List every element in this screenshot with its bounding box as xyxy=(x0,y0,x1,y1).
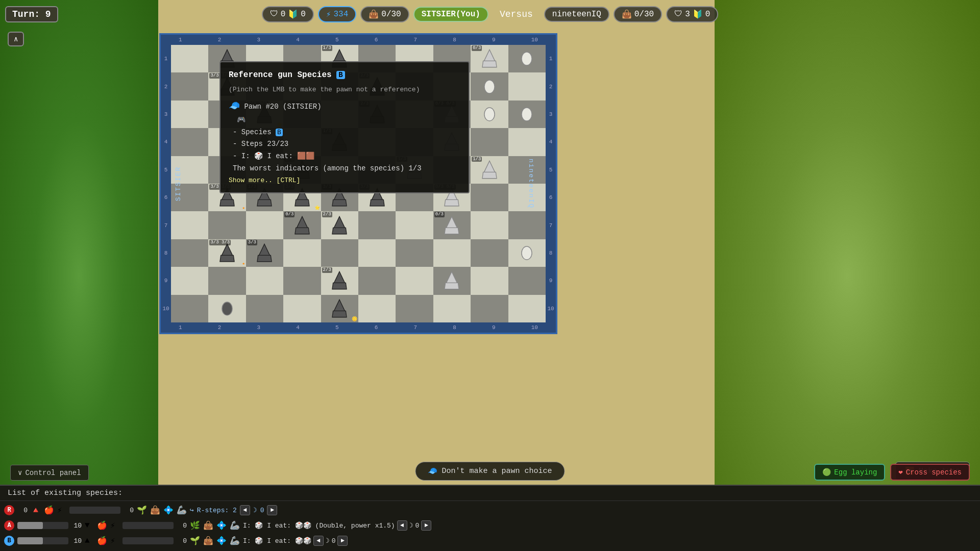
species-b-bar2 xyxy=(122,537,174,544)
cell-10-8[interactable] xyxy=(433,295,471,322)
cell-7-9[interactable] xyxy=(471,211,508,239)
cell-3-1[interactable] xyxy=(171,101,208,128)
species-b-nav-right[interactable]: ► xyxy=(337,536,348,546)
species-r-apple: 🍎 xyxy=(44,505,54,515)
cell-9-7[interactable] xyxy=(396,267,433,294)
cell-5-9[interactable]: 1/3 xyxy=(471,156,508,184)
cell-9-6[interactable] xyxy=(358,267,396,294)
pawn-piece[interactable]: 3/3 3/3★ xyxy=(208,239,246,267)
cell-3-10[interactable] xyxy=(508,101,546,128)
pawn-piece[interactable]: 2/3 xyxy=(321,211,358,239)
cell-9-3[interactable] xyxy=(246,267,283,294)
cell-9-10[interactable] xyxy=(508,267,546,294)
cell-7-2[interactable] xyxy=(208,211,246,239)
cell-10-2[interactable] xyxy=(208,295,246,322)
cell-1-1[interactable] xyxy=(171,45,208,72)
cell-9-2[interactable] xyxy=(208,267,246,294)
species-r-nav-right[interactable]: ► xyxy=(267,505,277,515)
tooltip-species-row: - Species B xyxy=(233,127,460,139)
cell-8-3[interactable]: 3/3 xyxy=(246,239,283,267)
cell-8-10[interactable] xyxy=(508,239,546,267)
cell-7-1[interactable] xyxy=(171,211,208,239)
pawn-piece[interactable]: 0/3 xyxy=(471,45,508,72)
svg-point-2 xyxy=(484,108,495,121)
pawn-piece[interactable] xyxy=(471,72,508,100)
cell-7-6[interactable] xyxy=(358,211,396,239)
pawn-piece[interactable]: 0/3 xyxy=(433,211,471,239)
top-bar: Turn: 9 🛡 0 🔰 0 ⚡ 334 👜 0/30 SITSIER(You… xyxy=(0,0,980,28)
cell-7-4[interactable]: 0/3 xyxy=(283,211,321,239)
pawn-piece[interactable] xyxy=(508,239,546,267)
tooltip-title: Reference gun Species B xyxy=(229,68,460,82)
cell-10-9[interactable] xyxy=(471,295,508,322)
pawn-piece[interactable]: 0/3 xyxy=(283,211,321,239)
species-list-header: List of existing species: xyxy=(0,486,980,501)
species-a-nav-right[interactable]: ► xyxy=(421,520,431,531)
egg-laying-button[interactable]: 🟢 Egg laying xyxy=(814,464,885,481)
species-letter-b: B xyxy=(4,536,14,546)
pawn-piece[interactable] xyxy=(508,101,546,128)
cell-8-1[interactable] xyxy=(171,239,208,267)
species-a-bar2 xyxy=(122,522,174,529)
cell-10-1[interactable] xyxy=(171,295,208,322)
opponent-shield-resource: 🛡 3 🔰 0 xyxy=(666,6,718,22)
cell-7-5[interactable]: 2/3 xyxy=(321,211,358,239)
species-a-bar-fill xyxy=(17,522,43,529)
cell-7-8[interactable]: 0/3 xyxy=(433,211,471,239)
cell-9-1[interactable] xyxy=(171,267,208,294)
cell-8-9[interactable] xyxy=(471,239,508,267)
species-b-bar xyxy=(17,537,68,544)
collapse-button[interactable]: ∧ xyxy=(8,32,24,46)
control-panel-button[interactable]: ∨ Control panel xyxy=(10,465,89,481)
cell-10-4[interactable] xyxy=(283,295,321,322)
cell-4-9[interactable] xyxy=(471,128,508,156)
species-r-nav-left[interactable]: ◄ xyxy=(240,505,250,515)
pawn-star: ⭐ xyxy=(314,205,320,211)
tooltip-show-more[interactable]: Show more.. [CTRL] xyxy=(229,175,460,186)
pawn-piece[interactable]: 3/3 xyxy=(246,239,283,267)
cell-2-1[interactable] xyxy=(171,72,208,100)
pawn-star2: ★ xyxy=(242,205,244,211)
cell-10-6[interactable] xyxy=(358,295,396,322)
pawn-piece[interactable] xyxy=(433,267,471,294)
cell-10-3[interactable] xyxy=(246,295,283,322)
tooltip-steps-row: - Steps 23/23 xyxy=(233,138,460,151)
cell-9-8[interactable] xyxy=(433,267,471,294)
cell-9-5[interactable]: 2/3 xyxy=(321,267,358,294)
cell-4-1[interactable] xyxy=(171,128,208,156)
cell-7-7[interactable] xyxy=(396,211,433,239)
cell-3-9[interactable] xyxy=(471,101,508,128)
cell-2-9[interactable] xyxy=(471,72,508,100)
cell-1-10[interactable] xyxy=(508,45,546,72)
cell-8-8[interactable] xyxy=(433,239,471,267)
species-row-b: B 10 ▲ 🍎 ⚡ 0 🌱 👜 💠 🦾 I: 🎲 I eat: 🎲🎲 ◄ ☽ … xyxy=(4,534,976,548)
cell-10-7[interactable] xyxy=(396,295,433,322)
species-b-nav-left[interactable]: ◄ xyxy=(313,536,324,546)
pawn-piece[interactable] xyxy=(208,295,246,322)
cell-6-9[interactable] xyxy=(471,184,508,211)
player-label-right: nineteenIQ xyxy=(527,159,534,209)
cell-8-5[interactable] xyxy=(321,239,358,267)
cell-8-4[interactable] xyxy=(283,239,321,267)
dont-make-choice-button[interactable]: 🧢 Don't make a pawn choice xyxy=(415,462,565,481)
cell-2-10[interactable] xyxy=(508,72,546,100)
pawn-piece[interactable]: 1/3 xyxy=(471,156,508,184)
cell-1-9[interactable]: 0/3 xyxy=(471,45,508,72)
cross-species-button[interactable]: ❤️ Cross species xyxy=(890,464,970,481)
cell-8-7[interactable] xyxy=(396,239,433,267)
cell-8-6[interactable] xyxy=(358,239,396,267)
cell-9-9[interactable] xyxy=(471,267,508,294)
cell-7-10[interactable] xyxy=(508,211,546,239)
pawn-piece[interactable]: 🪙 xyxy=(321,295,358,322)
cell-10-5[interactable]: 🪙 xyxy=(321,295,358,322)
cell-7-3[interactable] xyxy=(246,211,283,239)
cell-9-4[interactable] xyxy=(283,267,321,294)
pawn-piece[interactable]: 2/3 xyxy=(321,267,358,294)
cell-8-2[interactable]: 3/3 3/3★ xyxy=(208,239,246,267)
pawn-piece[interactable] xyxy=(471,101,508,128)
species-a-nav-left[interactable]: ◄ xyxy=(397,520,407,531)
pawn-piece[interactable] xyxy=(508,45,546,72)
cell-10-10[interactable] xyxy=(508,295,546,322)
cell-4-10[interactable] xyxy=(508,128,546,156)
player-armor-value: 0 xyxy=(301,10,306,19)
